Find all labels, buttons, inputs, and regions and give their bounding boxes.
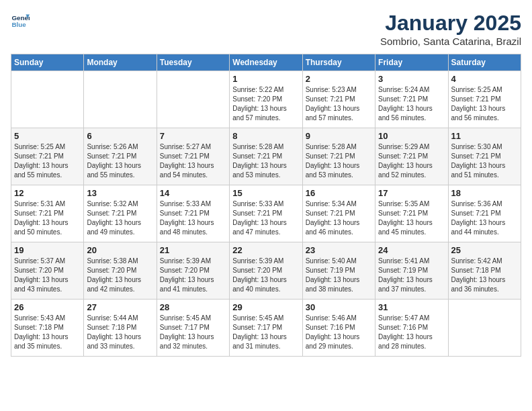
day-number: 9	[306, 131, 372, 141]
day-number: 31	[378, 302, 445, 312]
day-number: 10	[378, 131, 445, 141]
day-content: Sunrise: 5:47 AM Sunset: 7:16 PM Dayligh…	[378, 314, 445, 351]
day-number: 28	[160, 302, 226, 312]
logo-icon: General Blue	[11, 11, 30, 30]
day-content: Sunrise: 5:33 AM Sunset: 7:21 PM Dayligh…	[232, 199, 299, 237]
day-content: Sunrise: 5:32 AM Sunset: 7:21 PM Dayligh…	[87, 199, 153, 237]
table-row: 2Sunrise: 5:23 AM Sunset: 7:21 PM Daylig…	[302, 71, 375, 128]
table-row: 18Sunrise: 5:36 AM Sunset: 7:21 PM Dayli…	[448, 185, 521, 242]
table-row: 8Sunrise: 5:28 AM Sunset: 7:21 PM Daylig…	[230, 128, 302, 185]
table-row	[11, 71, 84, 128]
day-number: 13	[87, 188, 153, 198]
day-content: Sunrise: 5:30 AM Sunset: 7:21 PM Dayligh…	[451, 142, 518, 180]
header-thursday: Thursday	[302, 54, 375, 71]
day-number: 19	[14, 245, 81, 255]
table-row: 12Sunrise: 5:31 AM Sunset: 7:21 PM Dayli…	[11, 185, 84, 242]
header-monday: Monday	[84, 54, 157, 71]
day-content: Sunrise: 5:38 AM Sunset: 7:20 PM Dayligh…	[87, 257, 153, 294]
header-sunday: Sunday	[11, 54, 84, 71]
day-content: Sunrise: 5:28 AM Sunset: 7:21 PM Dayligh…	[306, 142, 372, 180]
header-friday: Friday	[375, 54, 448, 71]
day-content: Sunrise: 5:26 AM Sunset: 7:21 PM Dayligh…	[87, 142, 153, 180]
day-content: Sunrise: 5:29 AM Sunset: 7:21 PM Dayligh…	[378, 142, 445, 180]
day-content: Sunrise: 5:34 AM Sunset: 7:21 PM Dayligh…	[306, 199, 372, 237]
day-number: 24	[378, 245, 445, 255]
table-row: 26Sunrise: 5:43 AM Sunset: 7:18 PM Dayli…	[11, 300, 84, 357]
table-row	[157, 71, 229, 128]
day-content: Sunrise: 5:22 AM Sunset: 7:20 PM Dayligh…	[232, 85, 299, 123]
day-number: 25	[451, 245, 518, 255]
day-content: Sunrise: 5:35 AM Sunset: 7:21 PM Dayligh…	[378, 199, 445, 237]
table-row: 7Sunrise: 5:27 AM Sunset: 7:21 PM Daylig…	[157, 128, 229, 185]
location-subtitle: Sombrio, Santa Catarina, Brazil	[380, 36, 521, 47]
table-row: 31Sunrise: 5:47 AM Sunset: 7:16 PM Dayli…	[375, 300, 448, 357]
month-title: January 2025	[380, 11, 521, 36]
day-number: 27	[87, 302, 153, 312]
table-row: 15Sunrise: 5:33 AM Sunset: 7:21 PM Dayli…	[230, 185, 302, 242]
logo: General Blue	[11, 11, 30, 30]
table-row	[84, 71, 157, 128]
day-content: Sunrise: 5:46 AM Sunset: 7:16 PM Dayligh…	[306, 314, 372, 351]
table-row: 9Sunrise: 5:28 AM Sunset: 7:21 PM Daylig…	[302, 128, 375, 185]
day-number: 18	[451, 188, 518, 198]
day-content: Sunrise: 5:37 AM Sunset: 7:20 PM Dayligh…	[14, 257, 81, 294]
day-content: Sunrise: 5:25 AM Sunset: 7:21 PM Dayligh…	[451, 85, 518, 123]
day-content: Sunrise: 5:44 AM Sunset: 7:18 PM Dayligh…	[87, 314, 153, 351]
table-row: 27Sunrise: 5:44 AM Sunset: 7:18 PM Dayli…	[84, 300, 157, 357]
table-row: 10Sunrise: 5:29 AM Sunset: 7:21 PM Dayli…	[375, 128, 448, 185]
day-number: 14	[160, 188, 226, 198]
day-number: 16	[306, 188, 372, 198]
title-block: January 2025 Sombrio, Santa Catarina, Br…	[380, 11, 521, 47]
table-row: 16Sunrise: 5:34 AM Sunset: 7:21 PM Dayli…	[302, 185, 375, 242]
table-row: 21Sunrise: 5:39 AM Sunset: 7:20 PM Dayli…	[157, 242, 229, 300]
calendar-header: Sunday Monday Tuesday Wednesday Thursday…	[11, 54, 521, 71]
day-content: Sunrise: 5:45 AM Sunset: 7:17 PM Dayligh…	[160, 314, 226, 351]
table-row: 3Sunrise: 5:24 AM Sunset: 7:21 PM Daylig…	[375, 71, 448, 128]
day-content: Sunrise: 5:41 AM Sunset: 7:19 PM Dayligh…	[378, 257, 445, 294]
day-number: 12	[14, 188, 81, 198]
table-row: 6Sunrise: 5:26 AM Sunset: 7:21 PM Daylig…	[84, 128, 157, 185]
table-row: 1Sunrise: 5:22 AM Sunset: 7:20 PM Daylig…	[230, 71, 302, 128]
table-row: 25Sunrise: 5:42 AM Sunset: 7:18 PM Dayli…	[448, 242, 521, 300]
page-header: General Blue January 2025 Sombrio, Santa…	[11, 11, 521, 47]
table-row: 19Sunrise: 5:37 AM Sunset: 7:20 PM Dayli…	[11, 242, 84, 300]
day-content: Sunrise: 5:40 AM Sunset: 7:19 PM Dayligh…	[306, 257, 372, 294]
day-number: 29	[232, 302, 299, 312]
day-number: 7	[160, 131, 226, 141]
header-tuesday: Tuesday	[157, 54, 229, 71]
table-row: 29Sunrise: 5:45 AM Sunset: 7:17 PM Dayli…	[230, 300, 302, 357]
table-row: 28Sunrise: 5:45 AM Sunset: 7:17 PM Dayli…	[157, 300, 229, 357]
day-content: Sunrise: 5:27 AM Sunset: 7:21 PM Dayligh…	[160, 142, 226, 180]
day-number: 11	[451, 131, 518, 141]
day-number: 21	[160, 245, 226, 255]
calendar-table: Sunday Monday Tuesday Wednesday Thursday…	[11, 54, 521, 357]
day-number: 30	[306, 302, 372, 312]
day-number: 17	[378, 188, 445, 198]
day-number: 4	[451, 74, 518, 84]
day-content: Sunrise: 5:31 AM Sunset: 7:21 PM Dayligh…	[14, 199, 81, 237]
table-row: 5Sunrise: 5:25 AM Sunset: 7:21 PM Daylig…	[11, 128, 84, 185]
table-row: 4Sunrise: 5:25 AM Sunset: 7:21 PM Daylig…	[448, 71, 521, 128]
table-row: 20Sunrise: 5:38 AM Sunset: 7:20 PM Dayli…	[84, 242, 157, 300]
table-row: 23Sunrise: 5:40 AM Sunset: 7:19 PM Dayli…	[302, 242, 375, 300]
day-number: 3	[378, 74, 445, 84]
table-row: 30Sunrise: 5:46 AM Sunset: 7:16 PM Dayli…	[302, 300, 375, 357]
day-number: 22	[232, 245, 299, 255]
day-number: 26	[14, 302, 81, 312]
day-number: 8	[232, 131, 299, 141]
day-content: Sunrise: 5:42 AM Sunset: 7:18 PM Dayligh…	[451, 257, 518, 294]
svg-text:Blue: Blue	[11, 21, 26, 28]
table-row: 11Sunrise: 5:30 AM Sunset: 7:21 PM Dayli…	[448, 128, 521, 185]
table-row: 22Sunrise: 5:39 AM Sunset: 7:20 PM Dayli…	[230, 242, 302, 300]
day-number: 1	[232, 74, 299, 84]
day-number: 20	[87, 245, 153, 255]
day-number: 2	[306, 74, 372, 84]
day-number: 15	[232, 188, 299, 198]
header-saturday: Saturday	[448, 54, 521, 71]
day-content: Sunrise: 5:24 AM Sunset: 7:21 PM Dayligh…	[378, 85, 445, 123]
header-wednesday: Wednesday	[230, 54, 302, 71]
day-number: 23	[306, 245, 372, 255]
day-content: Sunrise: 5:36 AM Sunset: 7:21 PM Dayligh…	[451, 199, 518, 237]
table-row	[448, 300, 521, 357]
day-content: Sunrise: 5:33 AM Sunset: 7:21 PM Dayligh…	[160, 199, 226, 237]
